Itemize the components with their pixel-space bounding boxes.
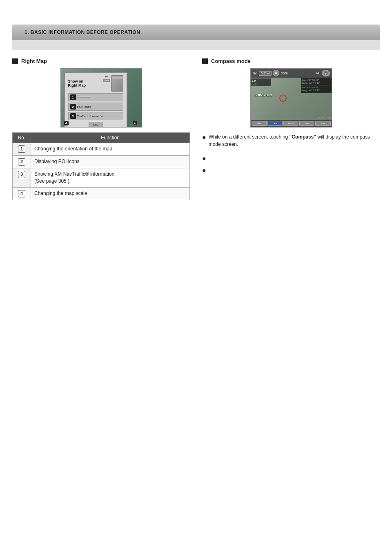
rmap-distance: 0.25mi: [259, 71, 272, 76]
right-bullets: ● While on a different screen, touching …: [202, 133, 380, 174]
dialog-icon-w: W: [105, 75, 108, 78]
section-header-text: 1. BASIC INFORMATION BEFORE OPERATION: [24, 29, 140, 35]
rmap-direction-w: W: [252, 72, 258, 75]
rmap-btn-3[interactable]: Route: [283, 121, 298, 126]
rmap-lon1-row: Long: W77°3'13": [302, 82, 330, 84]
dialog-row3-badge: 3: [70, 113, 76, 119]
dialog-icon-300ft: 300ft: [103, 79, 110, 82]
rmap-compass-dial: [322, 70, 330, 76]
table-cell-no: 3: [13, 168, 31, 188]
version-code: V020131: [128, 123, 140, 126]
rmap-lon2-label: Long: W77°3'46": [302, 89, 321, 92]
table-cell-no: 4: [13, 187, 31, 200]
table-row: 2Displaying POI icons: [13, 156, 190, 168]
section-header: 1. BASIC INFORMATION BEFORE OPERATION: [12, 25, 380, 40]
right-map-screenshot: W 0.25mi N 500ft N: [250, 68, 332, 128]
dialog-row-3: 3 Traffic Information: [68, 112, 123, 120]
bullet-text-1: While on a different screen, touching "C…: [209, 133, 380, 148]
rmap-btn-4[interactable]: Nav: [299, 121, 314, 126]
dialog-ok-button[interactable]: OK: [89, 122, 102, 128]
rmap-city-name: SHINGTON: [255, 93, 272, 97]
dialog-title-row: Show on Right Map W 300ft: [68, 75, 123, 92]
rmap-left-panel: 3.0 mph: [251, 78, 271, 86]
rmap-lat2-label: Lat: N38°55'44": [302, 86, 319, 89]
rmap-speed: 3.0: [252, 79, 270, 82]
left-section-heading: Right Map: [12, 58, 190, 64]
right-column: Compass mode W 0.25mi N 500ft N: [202, 58, 380, 200]
bullet-dot-2: ●: [202, 154, 206, 162]
rmap-bottom-bar: Map Dest Route Nav Info: [251, 120, 332, 127]
bullet-item-2: ●: [202, 154, 380, 162]
table-cell-function: Changing the map scale: [31, 187, 190, 200]
rmap-direction-n: N: [316, 72, 319, 75]
rmap-city-label: SHINGTON: [255, 93, 272, 97]
rmap-lon1-label: Long: W77°3'13": [302, 82, 321, 84]
dialog-map-thumb-bg: [111, 76, 123, 91]
rmap-lon2-row: Long: W77°3'46": [302, 89, 330, 92]
rmap-lat1-label: Lat: N38°55'47": [302, 79, 319, 81]
bullet-item-1: ● While on a different screen, touching …: [202, 133, 380, 148]
crosshair-svg: [279, 94, 287, 102]
rmap-lat2-row: Lat: N38°55'44": [302, 86, 330, 89]
bullet-item-3: ●: [202, 166, 380, 174]
left-map-screenshot: Show on Right Map W 300ft: [60, 68, 142, 128]
table-cell-no: 1: [13, 143, 31, 156]
rmap-divider: [302, 85, 330, 85]
dialog-row2-label: POI Icons: [77, 105, 91, 109]
table-row-number: 3: [18, 171, 25, 178]
right-section-title: Compass mode: [211, 58, 251, 64]
dialog-map-line3: [112, 78, 122, 79]
table-cell-function: Showing XM NavTraffic® information(See p…: [31, 168, 190, 188]
table-cell-no: 2: [13, 156, 31, 168]
rmap-right-panel: Lat: N38°55'47" Long: W77°3'13" Lat: N38…: [301, 78, 332, 93]
dialog-row1-badge: 1: [70, 94, 76, 100]
dialog-row-1: 1 ━━━━━━━━: [68, 93, 123, 101]
right-section-heading-icon: [202, 58, 208, 64]
right-section-heading: Compass mode: [202, 58, 380, 64]
left-section-title: Right Map: [21, 58, 47, 64]
compass-svg: [323, 70, 329, 76]
dialog-map-thumb: [111, 75, 123, 92]
table-row-number: 1: [18, 145, 25, 153]
table-row: 1Changing the orientation of the map: [13, 143, 190, 156]
section-heading-icon: [12, 58, 18, 64]
bullet-dot-3: ●: [202, 166, 206, 174]
left-column: Right Map Show on Right Map: [12, 58, 190, 200]
rmap-img-code: US 70337 5: [317, 116, 330, 119]
dialog-map-line2: [112, 77, 122, 78]
dialog-bottom-left: 4: [64, 121, 70, 125]
right-map-top-bar: W 0.25mi N 500ft N: [251, 69, 332, 78]
rmap-compass-icon: N: [273, 70, 279, 76]
dialog-bottom-badge1: 4: [64, 121, 69, 125]
rmap-btn-1[interactable]: Map: [252, 121, 267, 126]
bullet-dot-1: ●: [202, 133, 206, 141]
table-cell-function: Displaying POI icons: [31, 156, 190, 168]
table-cell-function: Changing the orientation of the map: [31, 143, 190, 156]
compass-bold: "Compass": [290, 134, 316, 140]
sub-header: [12, 40, 380, 50]
rmap-btn-2[interactable]: Dest: [267, 121, 283, 126]
dialog-row3-label: Traffic Information: [77, 114, 103, 118]
dialog-title: Show on Right Map: [68, 79, 86, 87]
dialog-map-line1: [112, 76, 122, 76]
show-on-right-map-dialog: Show on Right Map W 300ft: [64, 72, 127, 128]
rmap-speed-unit: mph: [252, 83, 270, 85]
table-header-function: Function: [31, 133, 190, 143]
dialog-title-line1: Show on: [68, 79, 86, 83]
table-row-number: 4: [18, 190, 25, 197]
rmap-lat1-row: Lat: N38°55'47": [302, 79, 330, 81]
main-content: Right Map Show on Right Map: [12, 58, 380, 200]
dialog-ok-row: OK: [68, 122, 123, 128]
dialog-row2-badge: 2: [70, 104, 76, 110]
dialog-row1-slider: ━━━━━━━━: [77, 96, 90, 99]
dialog-icons: W 300ft: [103, 75, 123, 92]
function-table: No. Function 1Changing the orientation o…: [12, 132, 190, 200]
rmap-scale: 500ft: [281, 72, 288, 75]
table-header-no: No.: [13, 133, 31, 143]
table-row-number: 2: [18, 158, 25, 166]
table-row: 4Changing the map scale: [13, 187, 190, 200]
rmap-btn-5[interactable]: Info: [315, 121, 330, 126]
dialog-title-line2: Right Map: [68, 83, 86, 87]
table-row: 3Showing XM NavTraffic® information(See …: [13, 168, 190, 188]
dialog-row-2: 2 POI Icons: [68, 103, 123, 111]
